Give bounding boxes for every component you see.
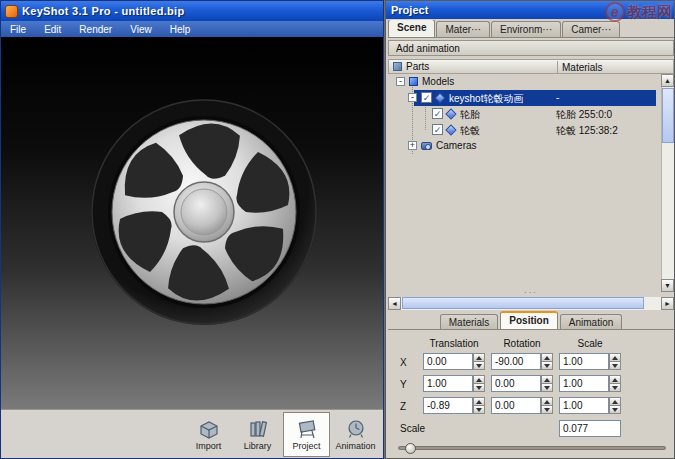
- y-rotation-input[interactable]: [491, 375, 541, 392]
- tab-camera[interactable]: Camer···: [562, 21, 620, 37]
- tab-detail-position[interactable]: Position: [500, 311, 557, 329]
- add-animation-button[interactable]: Add animation: [388, 40, 674, 56]
- y-scale-spinner: [559, 375, 621, 392]
- project-icon: [296, 418, 318, 440]
- vertical-scroll-thumb[interactable]: [662, 88, 674, 143]
- hub-material-value: 轮毂 125:38:2: [556, 124, 618, 138]
- tree-row-models[interactable]: - Models: [388, 74, 658, 90]
- tire-icon: [445, 108, 456, 119]
- render-viewport[interactable]: [1, 37, 383, 411]
- tab-materials[interactable]: Mater···: [436, 21, 490, 37]
- library-button[interactable]: Library: [234, 412, 281, 457]
- screen: KeyShot 3.1 Pro - untitled.bip File Edit…: [0, 0, 675, 459]
- x-scale-spinner: [559, 353, 621, 370]
- menu-help[interactable]: Help: [161, 24, 200, 35]
- menu-edit[interactable]: Edit: [35, 24, 70, 35]
- tab-detail-animation[interactable]: Animation: [560, 314, 622, 329]
- position-panel: Translation Rotation Scale X Y: [388, 331, 674, 458]
- x-rotation-input[interactable]: [491, 353, 541, 370]
- project-titlebar[interactable]: Project: [386, 1, 674, 19]
- z-translation-input[interactable]: [423, 397, 473, 414]
- z-translation-spinner: [423, 397, 485, 414]
- spinner-down-button[interactable]: [473, 405, 485, 414]
- axis-y-label: Y: [400, 379, 407, 390]
- cameras-expand-toggle[interactable]: +: [408, 141, 417, 150]
- tire-label[interactable]: 轮胎: [460, 108, 480, 122]
- hub-visibility-checkbox[interactable]: ✓: [432, 124, 443, 135]
- cameras-icon: [421, 142, 432, 150]
- scroll-right-button[interactable]: ►: [661, 297, 674, 310]
- axis-z-label: Z: [400, 401, 406, 412]
- panel-splitter[interactable]: ···: [386, 290, 675, 297]
- dock-toolbar: Import Library Project: [1, 409, 383, 458]
- y-translation-input[interactable]: [423, 375, 473, 392]
- scroll-left-button[interactable]: ◄: [388, 297, 401, 310]
- y-rotation-spinner: [491, 375, 553, 392]
- scale-value-input[interactable]: [559, 420, 621, 437]
- y-translation-spinner: [423, 375, 485, 392]
- spinner-down-button[interactable]: [473, 361, 485, 370]
- tab-scene[interactable]: Scene: [388, 20, 435, 37]
- models-label[interactable]: Models: [422, 76, 454, 87]
- tab-environment[interactable]: Environm···: [491, 21, 561, 37]
- import-label: Import: [196, 441, 222, 451]
- keyshot-window: KeyShot 3.1 Pro - untitled.bip File Edit…: [0, 0, 384, 459]
- titlebar[interactable]: KeyShot 3.1 Pro - untitled.bip: [1, 1, 383, 21]
- menu-render[interactable]: Render: [70, 24, 121, 35]
- keyshot-app-icon: [5, 5, 18, 18]
- animation-button[interactable]: Animation: [332, 412, 379, 457]
- window-title: KeyShot 3.1 Pro - untitled.bip: [22, 5, 184, 17]
- group-visibility-checkbox[interactable]: ✓: [421, 92, 432, 103]
- menu-file[interactable]: File: [1, 24, 35, 35]
- spinner-down-button[interactable]: [541, 405, 553, 414]
- tree-row-group[interactable]: - ✓ keyshot轮毂动画 -: [388, 90, 658, 106]
- parts-header: Parts Materials: [388, 59, 674, 74]
- z-scale-input[interactable]: [559, 397, 609, 414]
- horizontal-scroll-thumb[interactable]: [402, 297, 644, 309]
- group-label[interactable]: keyshot轮毂动画: [449, 92, 523, 106]
- wheel-render: [89, 97, 319, 327]
- x-rotation-spinner: [491, 353, 553, 370]
- project-panel: Project Scene Mater··· Environm··· Camer…: [385, 0, 675, 459]
- y-scale-input[interactable]: [559, 375, 609, 392]
- models-collapse-toggle[interactable]: -: [396, 77, 405, 86]
- menu-view[interactable]: View: [121, 24, 161, 35]
- tire-visibility-checkbox[interactable]: ✓: [432, 108, 443, 119]
- spinner-down-button[interactable]: [609, 383, 621, 392]
- hub-label[interactable]: 轮毂: [460, 124, 480, 138]
- spinner-down-button[interactable]: [609, 405, 621, 414]
- scale-label: Scale: [400, 423, 425, 434]
- tree-row-tire[interactable]: ✓ 轮胎 轮胎 255:0:0: [388, 106, 658, 122]
- scene-tree: - Models - ✓ keyshot轮毂动画 - ✓ 轮胎 轮胎 255:0…: [388, 74, 674, 292]
- parts-header-label: Parts: [406, 61, 429, 72]
- tree-row-hub[interactable]: ✓ 轮毂 轮毂 125:38:2: [388, 122, 658, 138]
- scale-slider-handle[interactable]: [405, 443, 416, 454]
- x-translation-input[interactable]: [423, 353, 473, 370]
- scroll-up-button[interactable]: ▲: [661, 74, 674, 87]
- spinner-down-button[interactable]: [541, 361, 553, 370]
- project-tabs: Scene Mater··· Environm··· Camer···: [388, 20, 674, 38]
- translation-column-header: Translation: [423, 338, 485, 349]
- tree-horizontal-scrollbar[interactable]: ◄ ►: [388, 297, 674, 310]
- tree-row-cameras[interactable]: + Cameras: [388, 138, 658, 154]
- spinner-down-button[interactable]: [541, 383, 553, 392]
- project-label: Project: [292, 441, 320, 451]
- wheel-3d-model[interactable]: [89, 97, 319, 327]
- scale-column-header: Scale: [559, 338, 621, 349]
- animation-label: Animation: [335, 441, 375, 451]
- import-icon: [198, 418, 220, 440]
- import-button[interactable]: Import: [185, 412, 232, 457]
- spinner-down-button[interactable]: [473, 383, 485, 392]
- cameras-label[interactable]: Cameras: [436, 140, 477, 151]
- materials-column-header: Materials: [557, 61, 674, 74]
- project-button[interactable]: Project: [283, 412, 330, 457]
- x-scale-input[interactable]: [559, 353, 609, 370]
- tree-vertical-scrollbar[interactable]: ▲ ▼: [661, 74, 674, 292]
- tab-detail-materials[interactable]: Materials: [440, 314, 499, 329]
- scale-slider-track[interactable]: [398, 446, 666, 450]
- z-rotation-spinner: [491, 397, 553, 414]
- z-rotation-input[interactable]: [491, 397, 541, 414]
- z-scale-spinner: [559, 397, 621, 414]
- group-collapse-toggle[interactable]: -: [408, 93, 417, 102]
- spinner-down-button[interactable]: [609, 361, 621, 370]
